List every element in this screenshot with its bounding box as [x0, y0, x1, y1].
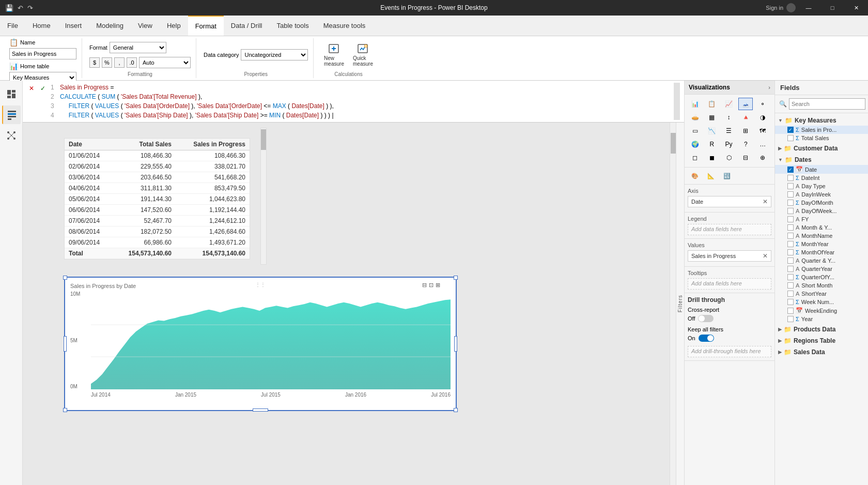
titlebar-toolbar[interactable]: 💾 ↶ ↷: [5, 4, 33, 12]
field-checkbox[interactable]: [787, 316, 794, 322]
viz-line-chart[interactable]: 📈: [722, 98, 736, 110]
viz-more[interactable]: …: [755, 138, 770, 150]
viz-analytics[interactable]: 📐: [704, 170, 718, 182]
field-item[interactable]: AMonthName: [775, 232, 868, 240]
viz-qna[interactable]: ?: [738, 138, 753, 150]
viz-waterfall[interactable]: ↕: [722, 111, 736, 124]
drill-through-placeholder[interactable]: Add drill-through fields here: [688, 346, 771, 357]
field-item[interactable]: ΣDateInt: [775, 174, 868, 182]
field-item[interactable]: ✓📅Date: [775, 165, 868, 174]
menu-data-drill[interactable]: Data / Drill: [224, 16, 270, 36]
data-view-icon[interactable]: [2, 105, 21, 124]
field-group-header[interactable]: ▶ 📁 Regions Table: [775, 336, 868, 346]
percent-symbol[interactable]: %: [102, 57, 112, 68]
formula-cancel-icon[interactable]: ✕: [27, 84, 36, 93]
table-scrollbar[interactable]: [260, 128, 267, 265]
field-item[interactable]: ΣYear: [775, 315, 868, 323]
resize-handle-tl[interactable]: [63, 276, 67, 280]
values-field[interactable]: Sales in Progress ✕: [688, 250, 771, 262]
field-item[interactable]: AMonth & Y...: [775, 223, 868, 232]
sign-in-label[interactable]: Sign in: [766, 5, 783, 11]
field-item[interactable]: ADayOfWeek...: [775, 207, 868, 215]
field-item[interactable]: AShortYear: [775, 290, 868, 298]
formula-editor[interactable]: 1 Sales in Progress = 2 CALCULATE ( SUM …: [51, 83, 671, 120]
menu-modeling[interactable]: Modeling: [89, 16, 131, 36]
field-item[interactable]: ADay Type: [775, 182, 868, 190]
filters-label[interactable]: Filters: [677, 295, 683, 312]
menu-table-tools[interactable]: Table tools: [269, 16, 316, 36]
fields-search-input[interactable]: [789, 98, 865, 110]
field-checkbox[interactable]: ✓: [787, 166, 794, 173]
field-checkbox[interactable]: [787, 183, 794, 189]
field-item[interactable]: AQuarterYear: [775, 265, 868, 273]
chart-more-icon[interactable]: ⊞: [436, 282, 440, 289]
resize-handle-bl[interactable]: [63, 408, 67, 412]
field-group-header[interactable]: ▶ 📁 Products Data: [775, 324, 868, 335]
viz-table[interactable]: 📋: [705, 98, 719, 110]
name-input[interactable]: [9, 48, 76, 59]
viz-scatter[interactable]: ⚬: [755, 98, 770, 110]
field-item[interactable]: ΣWeek Num...: [775, 298, 868, 306]
auto-select[interactable]: Auto: [139, 57, 191, 68]
resize-handle-left[interactable]: [64, 336, 67, 352]
viz-gauge[interactable]: ◑: [755, 111, 770, 124]
redo-icon[interactable]: ↷: [27, 4, 33, 12]
keep-filters-toggle-switch[interactable]: [699, 335, 714, 342]
field-checkbox[interactable]: [787, 266, 794, 272]
sign-in-area[interactable]: Sign in: [766, 3, 796, 12]
formula-accept-icon[interactable]: ✓: [38, 84, 48, 93]
viz-shape4[interactable]: ⊟: [738, 151, 753, 164]
viz-shape2[interactable]: ◼: [705, 151, 719, 164]
quick-measure-button[interactable]: Quickmeasure: [350, 39, 376, 70]
field-item[interactable]: ✓ΣSales in Pro...: [775, 126, 868, 134]
viz-area-chart[interactable]: 🗻: [738, 98, 753, 110]
formula-resize-handle[interactable]: [674, 83, 680, 120]
field-item[interactable]: AFY: [775, 215, 868, 223]
field-item[interactable]: ΣMonthOfYear: [775, 248, 868, 256]
viz-shape3[interactable]: ⬡: [722, 151, 736, 164]
chart-container[interactable]: ⊟ ⊡ ⊞ ⋮⋮ Sales: [64, 277, 457, 411]
viz-card[interactable]: ▭: [688, 125, 702, 137]
canvas-scrollbar[interactable]: [670, 123, 676, 485]
viz-map[interactable]: 🗺: [755, 125, 770, 137]
field-checkbox[interactable]: [787, 135, 794, 141]
tooltips-placeholder[interactable]: Add data fields here: [688, 278, 771, 290]
field-item[interactable]: AQuarter & Y...: [775, 256, 868, 265]
field-checkbox[interactable]: [787, 175, 794, 181]
field-checkbox[interactable]: [787, 233, 794, 239]
chart-drag-handle[interactable]: ⋮⋮: [255, 282, 266, 287]
viz-fields2[interactable]: 🔣: [720, 170, 734, 182]
viz-slicer[interactable]: ☰: [722, 125, 736, 137]
decimal-symbol[interactable]: .0: [127, 57, 137, 68]
data-category-select[interactable]: Uncategorized: [241, 49, 308, 60]
window-controls[interactable]: — □ ✕: [797, 0, 868, 16]
field-item[interactable]: ΣMonthYear: [775, 240, 868, 248]
currency-symbol[interactable]: $: [89, 57, 100, 68]
close-button[interactable]: ✕: [844, 0, 868, 16]
filters-side-tab[interactable]: Filters: [676, 123, 684, 485]
viz-kpi[interactable]: 📉: [705, 125, 719, 137]
viz-pie[interactable]: 🥧: [688, 111, 702, 124]
field-checkbox[interactable]: [787, 200, 794, 206]
viz-r-visual[interactable]: R: [705, 138, 719, 150]
field-checkbox[interactable]: [787, 216, 794, 222]
comma-symbol[interactable]: ,: [114, 57, 125, 68]
field-item[interactable]: 📅WeekEnding: [775, 306, 868, 315]
cross-report-toggle[interactable]: Off: [688, 315, 771, 322]
viz-shape5[interactable]: ⊕: [755, 151, 770, 164]
viz-bar-chart[interactable]: 📊: [688, 98, 702, 110]
field-checkbox[interactable]: [787, 257, 794, 264]
viz-format[interactable]: 🎨: [688, 170, 702, 182]
chart-filter-icon[interactable]: ⊟: [422, 282, 427, 289]
menu-insert[interactable]: Insert: [58, 16, 89, 36]
field-item[interactable]: AShort Month: [775, 281, 868, 290]
chart-expand-icon[interactable]: ⊡: [429, 282, 433, 289]
field-group-header[interactable]: ▼ 📁 Key Measures: [775, 115, 868, 126]
undo-icon[interactable]: ↶: [18, 4, 23, 12]
viz-treemap[interactable]: ▦: [705, 111, 719, 124]
legend-placeholder[interactable]: Add data fields here: [688, 224, 771, 235]
minimize-button[interactable]: —: [797, 0, 820, 16]
viz-matrix[interactable]: ⊞: [738, 125, 753, 137]
field-item[interactable]: ADayInWeek: [775, 190, 868, 199]
field-item[interactable]: ΣTotal Sales: [775, 134, 868, 142]
